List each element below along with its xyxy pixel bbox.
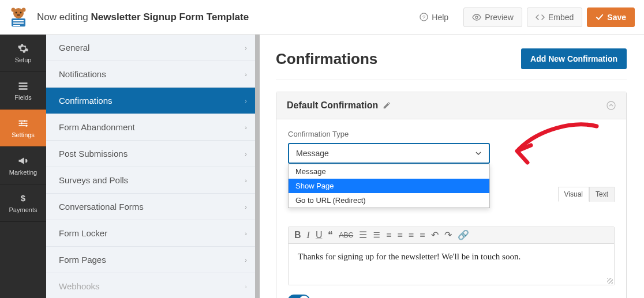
sidebar-item-confirmations[interactable]: Confirmations› (46, 88, 260, 114)
settings-sidebar: General› Notifications› Confirmations› F… (46, 35, 260, 298)
svg-point-3 (17, 14, 20, 16)
sliders-icon (17, 118, 29, 129)
option-show-page[interactable]: Show Page (289, 179, 489, 193)
sidebar-item-conversational-forms[interactable]: Conversational Forms› (46, 194, 260, 220)
svg-point-17 (607, 101, 615, 110)
now-editing-text: Now editing (37, 12, 91, 22)
sidebar-item-form-abandonment[interactable]: Form Abandonment› (46, 114, 260, 141)
main-panel: Confirmations Add New Confirmation Defau… (260, 35, 644, 298)
list-icon (17, 80, 29, 92)
undo-icon[interactable]: ↶ (431, 231, 439, 240)
sidebar-item-form-pages[interactable]: Form Pages› (46, 247, 260, 273)
chevron-right-icon: › (245, 256, 247, 263)
svg-point-15 (25, 125, 27, 127)
sidebar-item-form-locker[interactable]: Form Locker› (46, 220, 260, 247)
preview-button[interactable]: Preview (463, 7, 522, 27)
save-button[interactable]: Save (587, 7, 635, 27)
chevron-right-icon: › (245, 124, 247, 131)
editor-tab-text[interactable]: Text (589, 187, 615, 202)
autoscroll-label: Automatically scroll to the confirmation… (317, 296, 477, 299)
rich-text-editor: B I U ❝ ABC ☰ ≣ ≡ ≡ ≡ ≡ ↶ ↷ 🔗 (288, 227, 615, 285)
add-new-confirmation-button[interactable]: Add New Confirmation (521, 48, 627, 69)
editor-content[interactable]: Thanks for signing up for the newsletter… (289, 244, 614, 285)
eye-icon (472, 13, 481, 22)
card-header[interactable]: Default Confirmation (276, 92, 626, 119)
svg-text:$: $ (21, 193, 26, 203)
card-title: Default Confirmation (287, 100, 378, 111)
svg-rect-7 (13, 20, 24, 21)
code-icon (536, 13, 545, 22)
option-go-to-url[interactable]: Go to URL (Redirect) (289, 193, 489, 208)
sidebar-item-notifications[interactable]: Notifications› (46, 61, 260, 88)
svg-point-4 (12, 7, 16, 12)
chevron-down-icon (475, 150, 482, 157)
sidebar-item-general[interactable]: General› (46, 35, 260, 61)
sidebar-item-post-submissions[interactable]: Post Submissions› (46, 141, 260, 167)
help-icon: ? (420, 13, 428, 21)
strikethrough-icon[interactable]: ABC (339, 232, 353, 239)
svg-point-2 (20, 12, 22, 13)
align-left-icon[interactable]: ≡ (386, 231, 391, 240)
svg-point-13 (24, 120, 25, 122)
wpforms-logo (7, 6, 30, 29)
chevron-right-icon: › (245, 71, 247, 78)
nav-payments[interactable]: $ Payments (0, 184, 46, 222)
sidebar-item-webhooks[interactable]: Webhooks› (46, 273, 260, 298)
autoscroll-toggle[interactable] (288, 295, 310, 298)
confirmation-card: Default Confirmation Confirmation Type M… (276, 92, 627, 298)
align-justify-icon[interactable]: ≡ (420, 231, 425, 240)
redo-icon[interactable]: ↷ (444, 231, 452, 240)
bullet-list-icon[interactable]: ☰ (359, 231, 367, 240)
blockquote-icon[interactable]: ❝ (328, 231, 333, 240)
form-title: Newsletter Signup Form Template (91, 12, 249, 22)
option-message[interactable]: Message (289, 164, 489, 179)
svg-rect-9 (13, 25, 20, 26)
underline-icon[interactable]: U (316, 231, 323, 240)
chevron-right-icon: › (245, 177, 247, 184)
help-link[interactable]: ? Help (420, 13, 448, 22)
svg-point-14 (21, 122, 23, 124)
svg-text:?: ? (422, 14, 425, 20)
collapse-icon[interactable] (606, 101, 616, 110)
align-right-icon[interactable]: ≡ (409, 231, 414, 240)
gear-icon (17, 43, 29, 54)
pencil-icon[interactable] (383, 101, 391, 110)
chevron-right-icon: › (245, 203, 247, 210)
link-icon[interactable]: 🔗 (458, 231, 469, 240)
svg-point-12 (475, 16, 478, 18)
bold-icon[interactable]: B (294, 231, 301, 240)
confirmation-type-dropdown: Message Show Page Go to URL (Redirect) (288, 164, 490, 208)
sidebar-item-surveys-polls[interactable]: Surveys and Polls› (46, 167, 260, 194)
chevron-right-icon: › (245, 44, 247, 51)
bullhorn-icon (17, 155, 29, 167)
chevron-right-icon: › (245, 150, 247, 157)
confirmation-type-label: Confirmation Type (288, 130, 615, 138)
align-center-icon[interactable]: ≡ (397, 231, 402, 240)
chevron-right-icon: › (245, 97, 247, 104)
chevron-right-icon: › (245, 283, 247, 290)
svg-point-1 (16, 12, 17, 13)
italic-icon[interactable]: I (307, 231, 310, 240)
svg-rect-8 (13, 22, 24, 24)
nav-setup[interactable]: Setup (0, 35, 46, 72)
editor-toolbar: B I U ❝ ABC ☰ ≣ ≡ ≡ ≡ ≡ ↶ ↷ 🔗 (289, 227, 614, 244)
svg-point-5 (22, 7, 26, 12)
app-header: Now editing Newsletter Signup Form Templ… (0, 0, 644, 35)
confirmation-type-select[interactable]: Message (288, 143, 490, 164)
check-icon (596, 13, 604, 21)
nav-settings[interactable]: Settings (0, 110, 46, 147)
nav-fields[interactable]: Fields (0, 72, 46, 110)
page-title: Confirmations (276, 50, 377, 68)
editor-tab-visual[interactable]: Visual (558, 187, 589, 202)
editing-label: Now editing Newsletter Signup Form Templ… (37, 12, 249, 23)
chevron-right-icon: › (245, 230, 247, 237)
nav-marketing[interactable]: Marketing (0, 147, 46, 184)
ordered-list-icon[interactable]: ≣ (373, 231, 380, 240)
left-nav: Setup Fields Settings Marketing $ Paymen… (0, 35, 46, 298)
embed-button[interactable]: Embed (527, 7, 582, 27)
dollar-icon: $ (17, 193, 29, 204)
